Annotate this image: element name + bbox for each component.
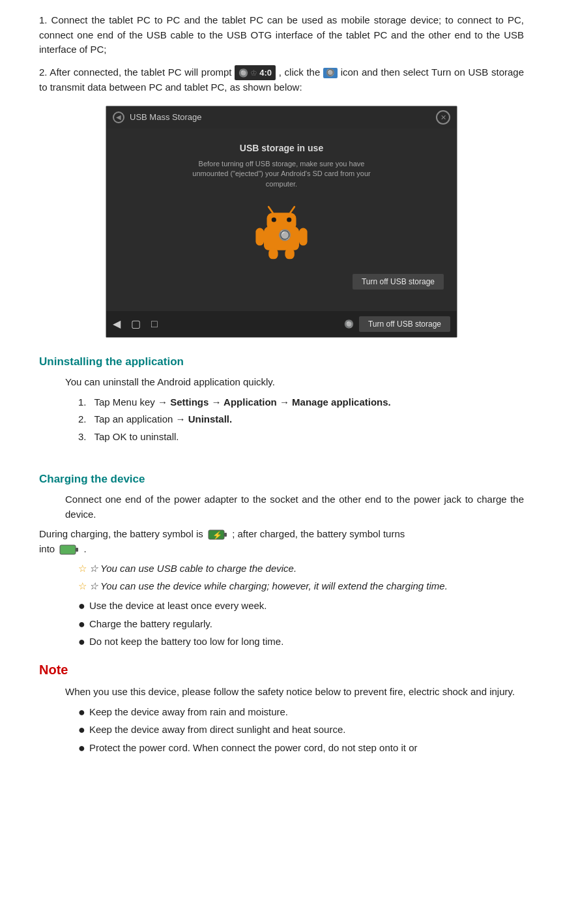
uninstalling-intro: You can uninstall the Android applicatio… [65, 375, 524, 390]
turn-off-btn-area: Turn off USB storage [106, 267, 457, 296]
note-heading: Note [39, 660, 524, 679]
android-robot-icon: 🔘 [252, 202, 311, 261]
svg-rect-8 [268, 248, 278, 259]
svg-text:⚡: ⚡ [212, 530, 222, 540]
uninstall-steps-list: 1. Tap Menu key → Settings → Application… [78, 395, 524, 445]
nav-usb-icon: 🔘 [344, 318, 354, 330]
svg-line-5 [291, 207, 295, 213]
svg-rect-1 [267, 213, 296, 230]
turn-off-usb-button[interactable]: Turn off USB storage [353, 274, 444, 290]
screenshot-title: USB Mass Storage [130, 111, 202, 124]
note-bullet-3: ● Protect the power cord. When connect t… [78, 741, 524, 756]
intro-para1: 1. Connect the tablet PC to PC and the t… [39, 13, 524, 57]
svg-line-4 [268, 207, 272, 213]
usb-storage-desc: Before turning off USB storage, make sur… [190, 159, 373, 189]
svg-rect-7 [299, 228, 308, 246]
svg-rect-15 [76, 548, 78, 552]
usb-storage-title: USB storage in use [240, 142, 323, 155]
nav-recent-icon: □ [151, 316, 158, 332]
svg-text:🔘: 🔘 [278, 228, 292, 242]
back-circle-icon: ◀ [113, 112, 124, 123]
note-para: When you use this device, please follow … [39, 685, 524, 700]
star-item-2: ☆ ☆ You can use the device while chargin… [78, 579, 524, 594]
intro-para2: 2. After connected, the tablet PC will p… [39, 65, 524, 95]
screenshot-navbar: ◀ ▢ □ 🔘 Turn off USB storage [106, 311, 457, 337]
charging-para1: Connect one end of the power adapter to … [39, 492, 524, 522]
svg-point-3 [287, 217, 291, 222]
uninstalling-heading: Uninstalling the application [39, 353, 524, 370]
bullet-item-1: ● Use the device at least once every wee… [78, 599, 524, 614]
uninstall-step-2: 2. Tap an application → Uninstall. [78, 412, 524, 427]
svg-point-2 [272, 217, 276, 222]
screenshot-titlebar: ◀ USB Mass Storage ✕ [106, 106, 457, 128]
nav-back-icon: ◀ [113, 316, 121, 332]
svg-rect-12 [224, 533, 227, 537]
svg-rect-6 [255, 228, 264, 246]
nav-turn-off-button[interactable]: Turn off USB storage [359, 316, 450, 332]
usb-icon-button: 🔘 [323, 68, 338, 78]
screenshot-body: USB storage in use Before turning off US… [106, 128, 457, 311]
svg-rect-9 [285, 248, 294, 259]
bullet-item-3: ● Do not keep the battery too low for lo… [78, 634, 524, 649]
svg-rect-14 [60, 545, 76, 554]
charging-para2: During charging, the battery symbol is ⚡… [39, 527, 524, 556]
battery-charged-icon [59, 543, 79, 556]
charging-heading: Charging the device [39, 471, 524, 488]
close-circle-icon: ✕ [436, 110, 450, 125]
note-bullet-1: ● Keep the device away from rain and moi… [78, 705, 524, 720]
bullet-item-2: ● Charge the battery regularly. [78, 617, 524, 632]
status-bar-icon: 🔘 ♔ 4:0 [235, 65, 276, 81]
battery-charging-icon: ⚡ [208, 528, 227, 541]
uninstall-step-3: 3. Tap OK to uninstall. [78, 430, 524, 445]
star-item-1: ☆ ☆ You can use USB cable to charge the … [78, 561, 524, 576]
nav-usb-area: 🔘 Turn off USB storage [344, 316, 450, 332]
uninstall-step-1: 1. Tap Menu key → Settings → Application… [78, 395, 524, 410]
note-bullet-2: ● Keep the device away from direct sunli… [78, 723, 524, 738]
usb-screenshot: ◀ USB Mass Storage ✕ USB storage in use … [106, 106, 457, 338]
nav-home-icon: ▢ [131, 316, 141, 332]
